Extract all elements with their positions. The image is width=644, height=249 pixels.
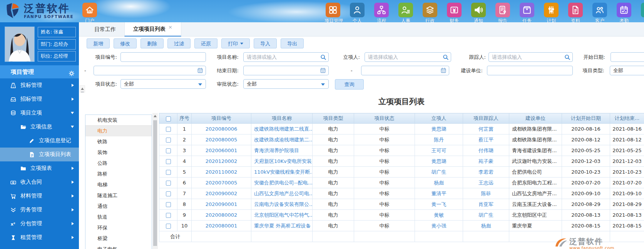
- row-checkbox[interactable]: [166, 224, 171, 229]
- sidebar-menu-item[interactable]: 立项信息: [0, 120, 79, 134]
- row-checkbox[interactable]: [166, 127, 171, 132]
- project-type-select[interactable]: 全部: [610, 66, 644, 75]
- select-all-checkbox[interactable]: [166, 116, 171, 121]
- category-item[interactable]: 隧道施工: [85, 190, 152, 201]
- toolbar-button[interactable]: 过滤: [167, 38, 191, 48]
- sidebar-menu-item[interactable]: 项目立项: [0, 106, 79, 120]
- category-item[interactable]: 机电安装: [85, 115, 152, 126]
- project-name-link[interactable]: 改建铁路成渝线增建第二...: [254, 137, 313, 143]
- scroll-up-arrow-icon[interactable]: [81, 88, 84, 90]
- row-checkbox[interactable]: [166, 181, 171, 186]
- project-name-link[interactable]: 云南电力设备安装有限公...: [254, 201, 313, 207]
- category-item[interactable]: 通信: [85, 201, 152, 212]
- category-item[interactable]: 轨道: [85, 212, 152, 222]
- applicant-link[interactable]: 杨彪: [434, 180, 444, 186]
- tab-project-list[interactable]: 立项项目列表×: [124, 22, 181, 37]
- applicant-link[interactable]: 董清平: [432, 191, 447, 196]
- applicant-link[interactable]: 王可可: [432, 148, 447, 153]
- sidebar-menu-item[interactable]: 立项报表: [0, 161, 79, 175]
- project-name-link[interactable]: 青海洪湖养护院项目: [254, 148, 299, 153]
- toolbar-button[interactable]: 删除: [141, 38, 164, 48]
- sidebar-menu-item[interactable]: 劳务管理: [0, 203, 79, 217]
- project-name-input[interactable]: 请选择或输入: [243, 52, 329, 62]
- sidebar-menu-item[interactable]: 材料管理: [0, 189, 79, 203]
- toolbar-button[interactable]: 还原: [194, 38, 217, 48]
- project-no-link[interactable]: 2020090002: [206, 191, 238, 196]
- applicant-link[interactable]: 黄敏: [434, 212, 444, 218]
- project-no-link[interactable]: 2020080005: [206, 137, 238, 143]
- search-icon[interactable]: [564, 54, 570, 60]
- sidebar-menu-item[interactable]: 租赁管理: [0, 231, 79, 244]
- applicant-link[interactable]: 黄小强: [432, 223, 447, 229]
- scrollbar-thumb[interactable]: [153, 120, 157, 246]
- tab-daily-work[interactable]: 日常工作: [86, 22, 124, 37]
- toolbar-button[interactable]: 导入: [254, 38, 277, 48]
- project-no-link[interactable]: 2020120002: [206, 158, 238, 164]
- sidebar-menu-item[interactable]: 投标管理: [0, 78, 79, 92]
- search-button[interactable]: 查询: [335, 79, 364, 90]
- top-nav-item[interactable]: 客户: [591, 3, 608, 22]
- project-no-link[interactable]: 2020080001: [206, 223, 238, 229]
- category-item[interactable]: 装饰: [85, 147, 152, 158]
- tracker-link[interactable]: 王志远: [478, 180, 493, 186]
- top-nav-item[interactable]: 流程: [373, 3, 390, 22]
- top-nav-item[interactable]: 任务: [519, 3, 535, 22]
- tracker-input[interactable]: 请选择或输入: [488, 52, 573, 62]
- tracker-link[interactable]: 杨彪: [481, 223, 491, 229]
- top-nav-item[interactable]: 考勤: [616, 3, 632, 22]
- start-date-to-input[interactable]: [94, 66, 206, 75]
- category-item[interactable]: 铁路: [85, 136, 152, 147]
- top-nav-item[interactable]: [640, 3, 644, 22]
- project-no-link[interactable]: 2020080006: [206, 126, 238, 132]
- top-nav-item[interactable]: 行政: [422, 3, 438, 22]
- top-nav-item[interactable]: 计划: [543, 3, 560, 22]
- calendar-icon[interactable]: [197, 67, 203, 73]
- scroll-up-arrow-icon[interactable]: [154, 115, 157, 117]
- project-name-link[interactable]: 110kV安徽线程集变开断...: [254, 169, 313, 175]
- toolbar-button[interactable]: 导出: [281, 38, 304, 48]
- applicant-link[interactable]: 胡广生: [432, 169, 447, 175]
- project-status-select[interactable]: 全部: [120, 79, 206, 89]
- project-no-link[interactable]: 2020080002: [206, 212, 238, 218]
- table-scrollbar[interactable]: [152, 113, 158, 249]
- nav-portal[interactable]: 门户: [81, 3, 98, 22]
- top-nav-item[interactable]: 财务: [446, 3, 463, 22]
- sidebar-menu-item[interactable]: x² 分包管理: [0, 217, 79, 231]
- end-date-input[interactable]: [243, 66, 329, 75]
- row-checkbox[interactable]: [166, 159, 171, 164]
- project-no-link[interactable]: 2020110002: [206, 169, 238, 175]
- row-checkbox[interactable]: [166, 202, 171, 207]
- tracker-link[interactable]: 付伟璐: [478, 148, 493, 153]
- applicant-link[interactable]: 黄思璐: [432, 158, 447, 164]
- search-icon[interactable]: [320, 54, 326, 60]
- gear-icon[interactable]: [68, 68, 75, 75]
- top-nav-item[interactable]: 个人: [349, 3, 366, 22]
- project-name-link[interactable]: 安徽合肥供电公司--配电...: [254, 180, 313, 186]
- tracker-link[interactable]: 何芷茵: [478, 126, 493, 132]
- category-item[interactable]: 公路: [85, 158, 152, 169]
- tracker-link[interactable]: 苑子豪: [478, 158, 493, 164]
- top-nav-item[interactable]: 人事: [397, 3, 414, 22]
- sidebar-menu-item[interactable]: 招标管理: [0, 92, 79, 106]
- calendar-icon[interactable]: [320, 67, 326, 73]
- end-date-to-input[interactable]: [361, 66, 449, 75]
- approve-status-select[interactable]: 全部: [243, 79, 329, 89]
- project-name-link[interactable]: 改建铁路线增建第二线直...: [254, 126, 313, 132]
- sidebar-menu-item[interactable]: 立项信息登记: [0, 134, 79, 148]
- close-icon[interactable]: ×: [168, 24, 172, 30]
- applicant-link[interactable]: 陈丹: [434, 137, 444, 143]
- category-item[interactable]: 桥梁: [85, 233, 152, 244]
- start-date-input[interactable]: [611, 52, 644, 62]
- tracker-link[interactable]: 陈菲: [481, 191, 491, 196]
- toolbar-button[interactable]: 新增: [87, 38, 110, 48]
- project-name-link[interactable]: 北京朝阳区电气中芯特气...: [254, 212, 313, 218]
- row-checkbox[interactable]: [166, 148, 171, 153]
- top-nav-item[interactable]: 通知: [470, 3, 487, 22]
- row-checkbox[interactable]: [166, 191, 171, 196]
- tracker-link[interactable]: 李若若: [478, 169, 493, 175]
- project-no-link[interactable]: 2020090001: [206, 201, 238, 207]
- category-item[interactable]: 路桥: [85, 169, 152, 179]
- project-name-link[interactable]: 天府新区10Kv变电所安装...: [254, 158, 313, 164]
- module-header[interactable]: 项目管理: [0, 65, 79, 78]
- sidebar-menu-item[interactable]: 收入合同: [0, 175, 79, 189]
